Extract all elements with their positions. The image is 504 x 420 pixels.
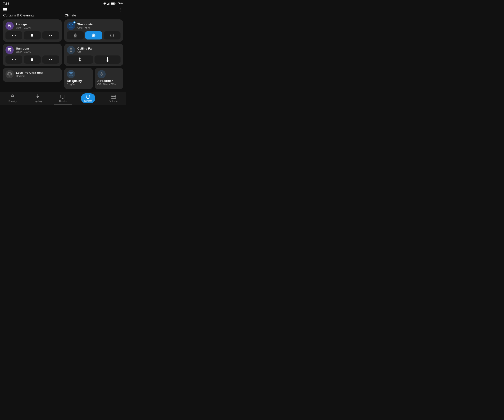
svg-point-38 xyxy=(8,73,11,75)
thermostat-heat-btn[interactable] xyxy=(67,31,84,40)
robot-card: L10s Pro Ultra Heat Docked xyxy=(3,68,62,82)
sunroom-card: Sunroom Open · 100% xyxy=(3,44,62,66)
svg-point-43 xyxy=(71,25,72,26)
air-purifier-icon xyxy=(97,70,106,78)
air-quality-name: Air Quality xyxy=(67,79,82,83)
ceiling-fan-status: Off xyxy=(77,50,93,53)
svg-rect-4 xyxy=(109,2,110,5)
robot-status: Docked xyxy=(16,75,43,77)
ceiling-fan-name: Ceiling Fan xyxy=(77,47,93,50)
bed-icon xyxy=(111,94,116,99)
air-purifier-card: Air Purifier Off · Filter - 71% xyxy=(95,68,124,89)
svg-rect-75 xyxy=(37,96,38,98)
climate-section-title: Climate xyxy=(64,13,123,17)
lounge-status: Open · 100% xyxy=(16,26,30,29)
svg-rect-9 xyxy=(8,24,12,24)
sunroom-stop-btn[interactable] xyxy=(24,55,41,64)
status-bar: 7:34 100% xyxy=(0,0,126,6)
robot-icon xyxy=(6,70,14,78)
svg-rect-2 xyxy=(108,3,109,5)
svg-rect-8 xyxy=(115,3,115,4)
air-purifier-status: Off · Filter - 71% xyxy=(97,83,116,86)
lamp-icon xyxy=(35,94,40,99)
nav-bedroom-label: Bedroom xyxy=(109,100,118,102)
svg-point-48 xyxy=(93,35,94,36)
nav-climate-label: Climate xyxy=(84,100,92,102)
lounge-close-btn[interactable] xyxy=(42,31,59,40)
nav-lighting-label: Lighting xyxy=(34,100,42,102)
sunroom-controls xyxy=(6,55,59,64)
nav-theater-label: Theater xyxy=(59,100,67,102)
fan-icon xyxy=(67,46,75,54)
svg-rect-85 xyxy=(111,96,116,98)
status-icons: 100% xyxy=(103,2,123,5)
svg-rect-7 xyxy=(111,3,114,4)
sunroom-icon xyxy=(6,46,14,54)
battery-percent: 100% xyxy=(116,2,123,5)
nav-climate-active-pill: Climate xyxy=(81,93,95,103)
svg-point-0 xyxy=(104,4,105,5)
svg-point-53 xyxy=(70,48,72,50)
wifi-icon xyxy=(103,2,106,5)
air-purifier-name: Air Purifier xyxy=(97,79,116,83)
svg-point-64 xyxy=(106,60,108,62)
svg-point-59 xyxy=(79,60,81,61)
menu-button[interactable] xyxy=(3,8,7,11)
tv-icon xyxy=(60,94,65,99)
lock-icon xyxy=(10,94,15,99)
svg-rect-3 xyxy=(109,3,109,5)
fan-high-btn[interactable] xyxy=(95,55,121,64)
thermostat-nav-icon xyxy=(86,94,91,99)
thermostat-icon xyxy=(67,22,75,30)
signal-icon xyxy=(107,2,110,5)
curtains-column: Curtains & Cleaning Lounge Open · 100% xyxy=(3,13,62,89)
air-quality-card: Air Quality 8 μg/m³ xyxy=(64,68,93,89)
svg-rect-74 xyxy=(11,96,14,99)
nav-theater[interactable]: Theater xyxy=(56,94,70,102)
bottom-nav: Security Lighting Theater Climate xyxy=(0,92,126,105)
sunroom-status: Open · 100% xyxy=(16,50,30,53)
lounge-name: Lounge xyxy=(16,23,30,26)
more-options-button[interactable]: ⋮ xyxy=(119,7,123,12)
thermostat-status: Cool · 75 °F xyxy=(77,26,94,29)
home-indicator xyxy=(54,104,72,105)
lounge-icon xyxy=(6,22,14,30)
lounge-card: Lounge Open · 100% xyxy=(3,19,62,42)
svg-point-54 xyxy=(70,51,72,52)
svg-point-63 xyxy=(107,57,108,59)
air-quality-status: 8 μg/m³ xyxy=(67,83,82,86)
thermostat-card: Thermostat Cool · 75 °F xyxy=(64,19,123,42)
svg-rect-23 xyxy=(8,48,12,49)
air-quality-icon xyxy=(67,70,75,78)
thermostat-off-btn[interactable] xyxy=(104,31,120,40)
nav-bedroom[interactable]: Bedroom xyxy=(107,94,120,102)
svg-rect-86 xyxy=(112,96,113,96)
sunroom-close-btn[interactable] xyxy=(42,55,59,64)
svg-rect-87 xyxy=(114,96,115,96)
nav-security[interactable]: Security xyxy=(6,94,19,102)
lounge-stop-btn[interactable] xyxy=(24,31,41,40)
curtains-section-title: Curtains & Cleaning xyxy=(3,13,62,17)
fan-low-btn[interactable] xyxy=(67,55,93,64)
svg-rect-77 xyxy=(61,95,65,98)
robot-name: L10s Pro Ultra Heat xyxy=(16,71,43,74)
battery-icon xyxy=(111,2,115,5)
svg-point-39 xyxy=(8,73,9,74)
nav-security-label: Security xyxy=(8,100,17,102)
top-bar: ⋮ xyxy=(0,6,126,13)
thermostat-cool-btn[interactable] xyxy=(85,31,102,40)
ceiling-fan-card: Ceiling Fan Off xyxy=(64,44,123,66)
svg-rect-1 xyxy=(107,4,108,5)
nav-lighting[interactable]: Lighting xyxy=(31,94,44,102)
lounge-expand-btn[interactable] xyxy=(6,31,22,40)
fan-controls xyxy=(67,55,120,64)
sunroom-expand-btn[interactable] xyxy=(6,55,22,64)
thermostat-name: Thermostat xyxy=(77,23,94,26)
nav-climate[interactable]: Climate xyxy=(81,93,95,103)
svg-point-69 xyxy=(101,73,102,75)
air-devices-row: Air Quality 8 μg/m³ xyxy=(64,68,123,89)
status-time: 7:34 xyxy=(3,2,9,5)
main-content: Curtains & Cleaning Lounge Open · 100% xyxy=(0,13,126,92)
climate-column: Climate xyxy=(64,13,123,89)
svg-rect-16 xyxy=(31,34,33,36)
